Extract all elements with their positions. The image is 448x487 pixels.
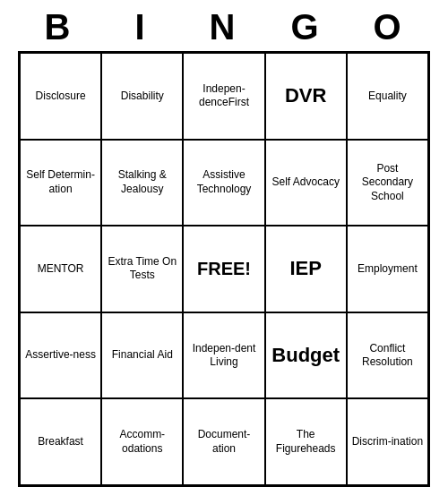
cell-8: Self Advocacy bbox=[265, 140, 347, 226]
bingo-title: B I N G O bbox=[18, 0, 430, 51]
cell-12: FREE! bbox=[183, 226, 264, 312]
cell-1: Disability bbox=[101, 53, 183, 140]
cell-13: IEP bbox=[265, 226, 347, 312]
cell-0: Disclosure bbox=[20, 53, 101, 140]
cell-16: Financial Aid bbox=[101, 312, 183, 399]
title-b: B bbox=[18, 7, 100, 47]
cell-9: Post Secondary School bbox=[347, 140, 428, 226]
title-i: I bbox=[100, 7, 183, 47]
cell-5: Self Determin-ation bbox=[20, 140, 101, 226]
cell-2: Indepen-denceFirst bbox=[183, 53, 264, 140]
cell-3: DVR bbox=[265, 53, 347, 140]
cell-4: Equality bbox=[347, 53, 428, 140]
cell-18: Budget bbox=[265, 312, 347, 399]
cell-15: Assertive-ness bbox=[20, 312, 101, 399]
cell-22: Document-ation bbox=[183, 398, 264, 485]
cell-7: Assistive Technology bbox=[183, 140, 264, 226]
title-g: G bbox=[265, 7, 348, 47]
cell-11: Extra Time On Tests bbox=[101, 226, 183, 312]
title-o: O bbox=[348, 7, 430, 47]
cell-10: MENTOR bbox=[20, 226, 101, 312]
cell-20: Breakfast bbox=[20, 398, 101, 485]
cell-19: Conflict Resolution bbox=[347, 312, 428, 399]
title-n: N bbox=[183, 7, 265, 47]
cell-23: The Figureheads bbox=[265, 398, 347, 485]
cell-17: Indepen-dent Living bbox=[183, 312, 264, 399]
bingo-grid: DisclosureDisabilityIndepen-denceFirstDV… bbox=[18, 51, 430, 487]
cell-14: Employment bbox=[347, 226, 428, 312]
cell-24: Discrim-ination bbox=[347, 398, 428, 485]
cell-21: Accomm-odations bbox=[101, 398, 183, 485]
cell-6: Stalking & Jealousy bbox=[101, 140, 183, 226]
